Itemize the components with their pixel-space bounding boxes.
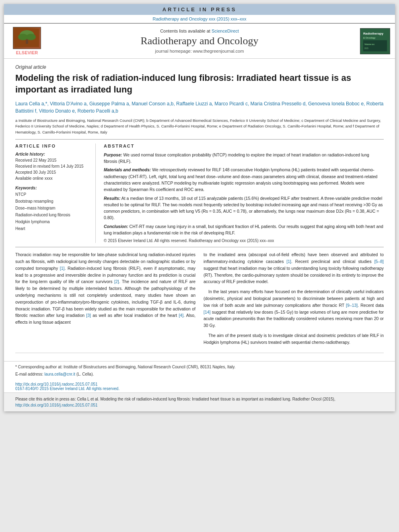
homepage-url[interactable]: www.thegreenjournal.com — [193, 49, 244, 53]
doi-line: Radiotherapy and Oncology xxx (2015) xxx… — [4, 15, 395, 23]
citation-doi-link[interactable]: http://dx.doi.org/10.1016/j.radonc.2015.… — [15, 403, 98, 407]
journal-logo-right: Radiotherapy & Oncology Volume xxx 2015 — [354, 28, 390, 54]
svg-point-4 — [26, 34, 36, 40]
doi-link-1[interactable]: http://dx.doi.org/10.1016/j.radonc.2015.… — [15, 382, 384, 386]
cite-6[interactable]: [5–8] — [374, 259, 384, 264]
cite-2[interactable]: [2] — [114, 279, 119, 284]
svg-text:Volume xxx: Volume xxx — [364, 43, 375, 45]
cite-8[interactable]: [14] — [204, 310, 211, 314]
keyword-6: Heart — [15, 225, 89, 232]
journal-title: Radiotherapy and Oncology — [45, 35, 354, 47]
svg-text:& Oncology: & Oncology — [363, 37, 376, 39]
revised-date: Received in revised form 14 July 2015 — [15, 163, 89, 169]
journal-homepage: journal homepage: www.thegreenjournal.co… — [45, 49, 354, 53]
body-para-1: Thoracic irradiation may be responsible … — [15, 251, 195, 326]
keyword-4: Radiation-induced lung fibrosis — [15, 212, 89, 218]
journal-center: Contents lists available at ScienceDirec… — [45, 29, 354, 53]
aip-text: ARTICLE IN PRESS — [162, 6, 237, 12]
email-prefix: E-mail address: — [15, 372, 44, 376]
doi-text: Radiotherapy and Oncology xxx (2015) xxx… — [153, 16, 247, 21]
abstract-purpose: Purpose: We used normal tissue complicat… — [104, 152, 384, 165]
cite-4[interactable]: [4] — [179, 313, 183, 318]
keywords-label: Keywords: — [15, 185, 89, 190]
footnotes: * Corresponding author at: Institute of … — [4, 361, 395, 377]
page-container: ARTICLE IN PRESS Radiotherapy and Oncolo… — [4, 4, 395, 411]
citation-box: Please cite this article in press as: Ce… — [4, 392, 395, 411]
elsevier-logo: ELSEVIER — [9, 27, 45, 55]
email-note: E-mail address: laura.cella@cnr.it (L. C… — [15, 371, 384, 377]
doi-footer: http://dx.doi.org/10.1016/j.radonc.2015.… — [4, 380, 395, 392]
keyword-5: Hodgkin lymphoma — [15, 218, 89, 225]
sciencedirect-line: Contents lists available at ScienceDirec… — [45, 29, 354, 33]
svg-rect-2 — [26, 39, 28, 44]
body-col-right: to the irradiated area (abscopal out-of-… — [204, 251, 384, 349]
conclusion-label: Conclusion: — [104, 224, 128, 229]
svg-rect-8 — [363, 40, 387, 51]
body-para-2: to the irradiated area (abscopal out-of-… — [204, 251, 384, 285]
keyword-2: Bootstrap resampling — [15, 198, 89, 205]
svg-text:Radiotherapy: Radiotherapy — [363, 32, 384, 35]
main-content: Original article Modeling the risk of ra… — [4, 59, 395, 361]
article-info-heading: ARTICLE INFO — [15, 144, 89, 148]
body-para-4: The aim of the present study is to inves… — [204, 332, 384, 346]
sciencedirect-link[interactable]: ScienceDirect — [212, 29, 239, 33]
body-para-3: In the last years many efforts have focu… — [204, 288, 384, 329]
aip-banner: ARTICLE IN PRESS — [4, 4, 395, 15]
affiliations: a Institute of Biostructure and Bioimagi… — [15, 118, 384, 140]
abstract-results: Results: At a median time of 13 months, … — [104, 195, 384, 221]
conclusion-text: CHT-RT may cause lung injury in a small,… — [104, 224, 383, 235]
abstract-mm: Materials and methods: We retrospectivel… — [104, 166, 384, 193]
received-date: Received 22 May 2015 — [15, 157, 89, 163]
elsevier-logo-box — [13, 27, 41, 49]
email-suffix: (L. Cella). — [76, 372, 94, 376]
homepage-prefix: journal homepage: — [155, 49, 193, 53]
copyright-line: © 2015 Elsevier Ireland Ltd. All rights … — [104, 238, 384, 243]
mm-label: Materials and methods: — [104, 167, 151, 172]
email-link[interactable]: laura.cella@cnr.it — [44, 372, 75, 376]
results-label: Results: — [104, 196, 120, 201]
svg-text:2015: 2015 — [364, 47, 368, 49]
body-col-left: Thoracic irradiation may be responsible … — [15, 251, 195, 349]
abstract-conclusion: Conclusion: CHT-RT may cause lung injury… — [104, 223, 384, 236]
elsevier-tree-icon — [15, 29, 39, 47]
purpose-text: We used normal tissue complication proba… — [104, 152, 369, 164]
accepted-date: Accepted 30 July 2015 — [15, 169, 89, 175]
abstract-heading: ABSTRACT — [104, 144, 384, 148]
keywords-list: NTCP Bootstrap resampling Dose–mass hist… — [15, 191, 89, 232]
article-type: Original article — [15, 64, 384, 70]
article-title: Modeling the risk of radiation-induced l… — [15, 72, 384, 95]
cite-3[interactable]: [3] — [86, 313, 91, 318]
history-label: Article history: — [15, 152, 89, 156]
corresponding-note: * Corresponding author at: Institute of … — [15, 364, 384, 370]
authors-text: Laura Cella a,*, Vittoria D'Avino a, Giu… — [15, 101, 383, 114]
rto-logo-box: Radiotherapy & Oncology Volume xxx 2015 — [360, 28, 390, 54]
authors: Laura Cella a,*, Vittoria D'Avino a, Giu… — [15, 100, 384, 115]
cite-7[interactable]: [9–13] — [346, 303, 358, 308]
keyword-1: NTCP — [15, 191, 89, 198]
available-date: Available online xxxx — [15, 175, 89, 181]
body-section: Thoracic irradiation may be responsible … — [15, 251, 384, 353]
keyword-3: Dose–mass histogram — [15, 205, 89, 212]
elsevier-text: ELSEVIER — [16, 50, 38, 55]
article-info-column: ARTICLE INFO Article history: Received 2… — [15, 144, 96, 243]
info-abstract-section: ARTICLE INFO Article history: Received 2… — [15, 144, 384, 247]
citation-prefix: Please cite this article in press as: Ce… — [15, 397, 335, 401]
rto-cover-icon: Radiotherapy & Oncology Volume xxx 2015 — [361, 29, 389, 53]
journal-header: ELSEVIER Contents lists available at Sci… — [4, 23, 395, 59]
issn-line: 0167-8140/© 2015 Elsevier Ireland Ltd. A… — [15, 386, 384, 391]
sciencedirect-prefix: Contents lists available at — [160, 29, 212, 33]
purpose-label: Purpose: — [104, 152, 122, 157]
abstract-column: ABSTRACT Purpose: We used normal tissue … — [104, 144, 384, 243]
results-text: At a median time of 13 months, 18 out of… — [104, 196, 383, 220]
cite-5[interactable]: [1] — [286, 259, 291, 264]
cite-1[interactable]: [1] — [60, 266, 65, 271]
